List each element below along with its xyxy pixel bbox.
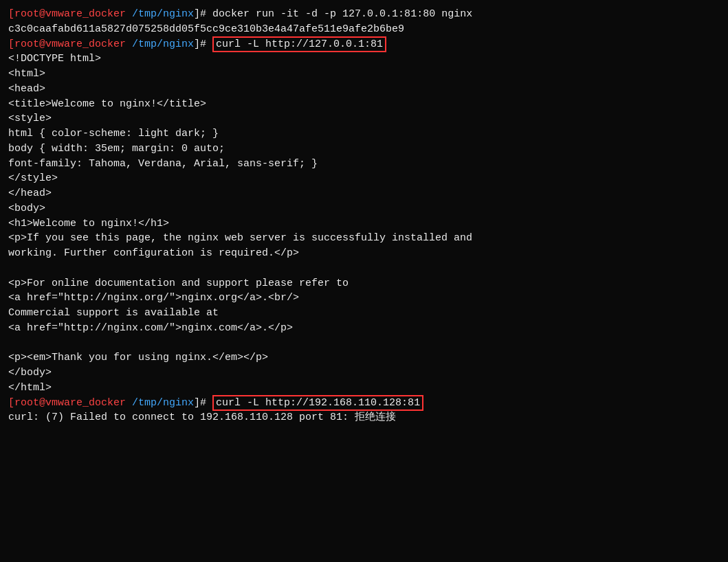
output-4: <!DOCTYPE html> [8,53,101,65]
terminal-line-28: curl: (7) Failed to connect to 192.168.1… [8,410,720,425]
terminal-line-27: [root@vmware_docker /tmp/nginx]# curl -L… [8,396,720,411]
terminal-line-9: html { color-scheme: light dark; } [8,126,720,142]
terminal-line-20: <a href="http://nginx.org/">nginx.org</a… [8,291,720,306]
output-16: <p>If you see this page, the nginx web s… [8,232,472,244]
output-6: <head> [8,83,45,95]
prompt-symbol-3: ]# [194,38,212,50]
output-19: <p>For online documentation and support … [8,278,349,289]
terminal-window: [root@vmware_docker /tmp/nginx]# docker … [8,7,720,425]
output-13: </head> [8,188,52,199]
terminal-line-16: <p>If you see this page, the nginx web s… [8,231,720,246]
cmd-highlighted-27: curl -L http://192.168.110.128:81 [212,395,423,411]
output-20: <a href="http://nginx.org/">nginx.org</a… [8,292,299,304]
terminal-line-22: <a href="http://nginx.com/">nginx.com</a… [8,321,720,336]
terminal-line-17: working. Further configuration is requir… [8,246,720,261]
prompt-symbol-27: ]# [194,397,212,409]
cmd-highlighted-3: curl -L http://127.0.0.1:81 [212,36,386,52]
terminal-line-25: </body> [8,366,720,381]
terminal-line-3: [root@vmware_docker /tmp/nginx]# curl -L… [8,37,720,52]
prompt-user-host-1: [root@vmware_docker [8,8,126,20]
terminal-line-23 [8,336,720,351]
terminal-line-15: <h1>Welcome to nginx!</h1> [8,216,720,232]
output-17: working. Further configuration is requir… [8,247,299,259]
terminal-line-6: <head> [8,82,720,97]
output-2: c3c0caafabd611a5827d075258dd05f5cc9ce310… [8,23,404,35]
output-8: <style> [8,113,52,124]
terminal-line-1: [root@vmware_docker /tmp/nginx]# docker … [8,7,720,22]
output-21: Commercial support is available at [8,307,219,319]
terminal-line-8: <style> [8,111,720,126]
output-26: </html> [8,382,52,394]
cmd-1: docker run -it -d -p 127.0.0.1:81:80 ngi… [212,8,472,20]
terminal-line-4: <!DOCTYPE html> [8,52,720,67]
output-25: </body> [8,367,52,379]
output-28: curl: (7) Failed to connect to 192.168.1… [8,412,396,423]
terminal-line-19: <p>For online documentation and support … [8,276,720,291]
output-24: <p><em>Thank you for using nginx.</em></… [8,352,268,363]
terminal-line-10: body { width: 35em; margin: 0 auto; [8,142,720,157]
output-22: <a href="http://nginx.com/">nginx.com</a… [8,322,293,334]
prompt-path-27: /tmp/nginx [132,397,194,409]
terminal-line-26: </html> [8,381,720,396]
output-14: <body> [8,203,45,214]
terminal-line-24: <p><em>Thank you for using nginx.</em></… [8,350,720,366]
output-11: font-family: Tahoma, Verdana, Arial, san… [8,158,318,170]
terminal-line-2: c3c0caafabd611a5827d075258dd05f5cc9ce310… [8,22,720,37]
output-15: <h1>Welcome to nginx!</h1> [8,218,169,229]
terminal-line-21: Commercial support is available at [8,306,720,321]
terminal-line-18 [8,261,720,276]
terminal-line-13: </head> [8,186,720,201]
prompt-user-host-27: [root@vmware_docker [8,397,126,409]
output-10: body { width: 35em; margin: 0 auto; [8,143,225,155]
prompt-path-3: /tmp/nginx [132,38,194,50]
terminal-line-14: <body> [8,201,720,216]
output-9: html { color-scheme: light dark; } [8,128,219,139]
terminal-line-7: <title>Welcome to nginx!</title> [8,97,720,112]
output-5: <html> [8,68,45,80]
output-12: </style> [8,172,58,184]
output-7: <title>Welcome to nginx!</title> [8,98,206,110]
prompt-user-host-3: [root@vmware_docker [8,38,126,50]
terminal-line-12: </style> [8,171,720,186]
terminal-line-5: <html> [8,67,720,82]
prompt-symbol-1: ]# [194,8,212,20]
terminal-line-11: font-family: Tahoma, Verdana, Arial, san… [8,157,720,172]
prompt-path-1: /tmp/nginx [132,8,194,20]
